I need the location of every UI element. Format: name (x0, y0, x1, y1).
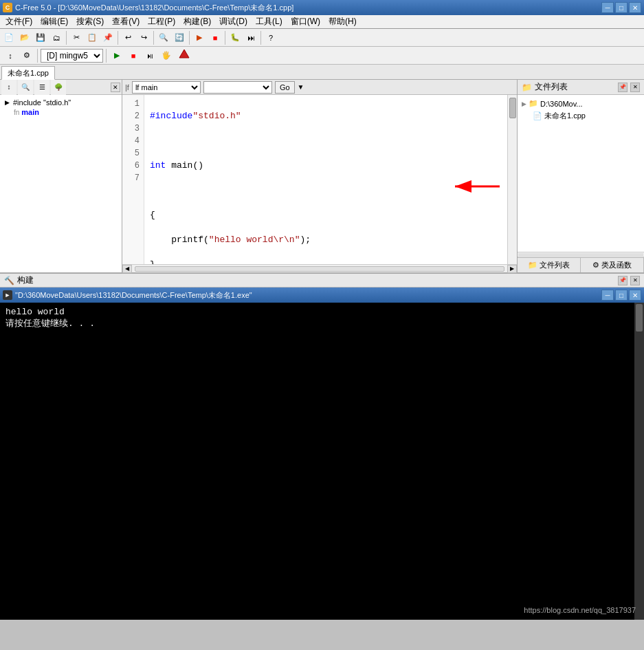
root-folder-label: D:\360Mov... (540, 100, 583, 108)
find-button[interactable]: 🔍 (156, 30, 171, 45)
scroll-left-btn[interactable]: ◀ (122, 265, 132, 273)
menu-search[interactable]: 搜索(S) (72, 14, 108, 29)
menu-tools[interactable]: 工具(L) (252, 14, 287, 29)
go-arrow-icon: ▼ (298, 83, 304, 91)
red-indicator (178, 48, 190, 63)
undo-button[interactable]: ↩ (120, 30, 135, 45)
file-tree-root[interactable]: ▶ 📁 D:\360Mov... (520, 98, 641, 109)
replace-button[interactable]: 🔄 (172, 30, 187, 45)
console-min-btn[interactable]: ─ (601, 290, 614, 301)
menu-project[interactable]: 工程(P) (144, 14, 179, 29)
tb2-hand[interactable]: 🖐 (159, 48, 174, 63)
tree-main-label: main (21, 108, 39, 116)
separator-3 (153, 31, 154, 45)
file-list-title: 文件列表 (535, 81, 568, 93)
tree-item-main[interactable]: fn main (3, 107, 119, 117)
menu-build[interactable]: 构建(B) (179, 14, 215, 29)
toolbar-main: 📄 📂 💾 🗂 ✂ 📋 📌 ↩ ↪ 🔍 🔄 ▶ ■ 🐛 ⏭ ? (0, 29, 644, 47)
tb2-btn2[interactable]: ⚙ (19, 48, 34, 63)
class-fn-tab-label: 类及函数 (601, 260, 632, 270)
console-max-btn[interactable]: □ (615, 290, 628, 301)
menu-debug[interactable]: 调试(D) (215, 14, 252, 29)
close-button[interactable]: ✕ (629, 2, 641, 13)
cut-button[interactable]: ✂ (69, 30, 84, 45)
save-all-button[interactable]: 🗂 (49, 30, 64, 45)
separator-8 (106, 49, 107, 63)
console-title-bar: ► "D:\360MoveData\Users\13182\Documents\… (0, 288, 644, 303)
maximize-button[interactable]: □ (615, 2, 628, 13)
vertical-scrollbar[interactable] (507, 95, 517, 264)
tree-fn-icon: fn (14, 109, 19, 116)
console-scroll-thumb[interactable] (636, 304, 643, 332)
rp-scrollbar[interactable] (518, 252, 644, 257)
scroll-track[interactable] (135, 266, 504, 272)
scope-selector[interactable] (203, 81, 272, 94)
menu-file[interactable]: 文件(F) (1, 14, 36, 29)
save-button[interactable]: 💾 (33, 30, 48, 45)
editor-toolbar: |f lf main Go ▼ (122, 80, 517, 95)
separator-5 (225, 31, 225, 45)
tab-file[interactable]: 未命名1.cpp (1, 66, 55, 80)
tab-class-fn[interactable]: ⚙ 类及函数 (581, 258, 644, 272)
code-line-6: printf("hello world\r\n"); (150, 234, 502, 246)
open-button[interactable]: 📂 (17, 30, 32, 45)
rp-close-button[interactable]: ✕ (630, 83, 640, 92)
lp-close-button[interactable]: ✕ (111, 83, 120, 92)
red-arrow-annotation (448, 176, 503, 202)
console-scrollbar[interactable] (634, 303, 644, 620)
separator-1 (66, 31, 67, 45)
title-bar-controls: ─ □ ✕ (601, 2, 641, 13)
build-panel-header: 🔨 构建 📌 ✕ (0, 272, 644, 288)
console-line-1: hello world (5, 307, 639, 317)
redo-button[interactable]: ↪ (136, 30, 151, 45)
compile-button[interactable]: ▶ (192, 30, 207, 45)
left-panel-toolbar: ↕ 🔍 ☰ 🌳 ✕ (0, 80, 122, 95)
right-panel-content: ▶ 📁 D:\360Mov... 📄 未命名1.cpp (518, 95, 644, 252)
code-line-2 (150, 135, 502, 147)
menu-edit[interactable]: 编辑(E) (36, 14, 72, 29)
horizontal-scrollbar[interactable]: ◀ ▶ (122, 264, 517, 272)
lp-search-button[interactable]: 🔍 (18, 80, 33, 95)
console-close-btn[interactable]: ✕ (629, 290, 641, 301)
help-button[interactable]: ? (263, 30, 278, 45)
stop-button[interactable]: ■ (208, 30, 223, 45)
menu-bar: 文件(F) 编辑(E) 搜索(S) 查看(V) 工程(P) 构建(B) 调试(D… (0, 15, 644, 29)
lp-sort-button[interactable]: ↕ (1, 80, 16, 95)
new-button[interactable]: 📄 (1, 30, 16, 45)
code-container[interactable]: 1 2 3 4 5 6 7 #include"stdio.h" int main… (122, 95, 517, 264)
right-panel-footer: 📁 文件列表 ⚙ 类及函数 (518, 257, 644, 272)
stop-run-button[interactable]: ■ (126, 48, 141, 63)
pin-button[interactable]: 📌 (618, 83, 628, 92)
build-pin-button[interactable]: 📌 (618, 276, 628, 285)
step-button[interactable]: ⏯ (142, 48, 157, 63)
go-button[interactable]: Go (275, 81, 295, 94)
paste-button[interactable]: 📌 (100, 30, 115, 45)
copy-button[interactable]: 📋 (85, 30, 100, 45)
main-area: ↕ 🔍 ☰ 🌳 ✕ ▶ #include "stdio.h" fn main |… (0, 80, 644, 272)
tab-file-list[interactable]: 📁 文件列表 (518, 258, 581, 272)
lp-tree-button[interactable]: 🌳 (51, 80, 66, 95)
folder-icon: 📁 (529, 99, 538, 108)
menu-view[interactable]: 查看(V) (108, 14, 144, 29)
menu-window[interactable]: 窗口(W) (287, 14, 324, 29)
function-selector[interactable]: lf main (132, 81, 201, 94)
separator-4 (189, 31, 190, 45)
debug-button[interactable]: 🐛 (227, 30, 243, 45)
build-close-button[interactable]: ✕ (630, 276, 640, 285)
file-tree-item-cpp[interactable]: 📄 未命名1.cpp (520, 109, 641, 122)
scroll-right-btn[interactable]: ▶ (507, 265, 517, 273)
file-list-icon: 📁 (522, 83, 532, 92)
file-list-tab-label: 文件列表 (540, 260, 570, 270)
console-line-2: 请按任意键继续. . . (5, 317, 639, 329)
run-button[interactable]: ▶ (109, 48, 124, 63)
compiler-select[interactable]: [D] mingw5 (41, 49, 103, 63)
minimize-button[interactable]: ─ (601, 2, 614, 13)
tb2-btn1[interactable]: ↕ (3, 48, 18, 63)
scroll-thumb[interactable] (509, 98, 516, 118)
menu-help[interactable]: 帮助(H) (324, 14, 361, 29)
line-numbers: 1 2 3 4 5 6 7 (122, 95, 144, 264)
step-over-button[interactable]: ⏭ (243, 30, 258, 45)
tree-item-include[interactable]: ▶ #include "stdio.h" (3, 98, 119, 107)
cpp-file-icon: 📄 (533, 111, 542, 120)
lp-list-button[interactable]: ☰ (34, 80, 49, 95)
